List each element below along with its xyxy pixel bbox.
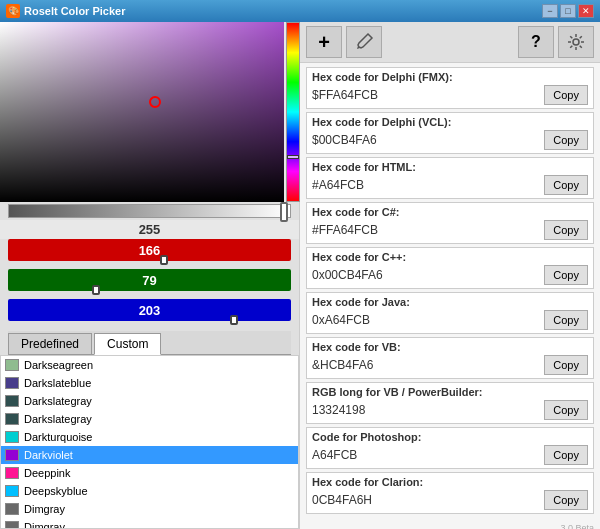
left-panel: 255 166 79 203 Predefined [0, 22, 300, 529]
red-value: 166 [139, 243, 161, 258]
blue-channel-bar[interactable]: 203 [8, 299, 291, 321]
hex-value-row: A64FCBCopy [312, 445, 588, 465]
window-title: Roselt Color Picker [24, 5, 125, 17]
hex-value: 13324198 [312, 403, 544, 417]
gear-icon [566, 32, 586, 52]
add-button[interactable]: + [306, 26, 342, 58]
hex-row: Hex code for VB:&HCB4FA6Copy [306, 337, 594, 379]
color-swatch [5, 485, 19, 497]
hex-value-row: #A64FCBCopy [312, 175, 588, 195]
color-name: Darkslateblue [24, 377, 91, 389]
list-item[interactable]: Darkslategray [1, 410, 298, 428]
copy-button[interactable]: Copy [544, 175, 588, 195]
list-item[interactable]: Deepskyblue [1, 482, 298, 500]
maximize-button[interactable]: □ [560, 4, 576, 18]
color-swatch [5, 395, 19, 407]
copy-button[interactable]: Copy [544, 130, 588, 150]
color-name: Darkslategray [24, 395, 92, 407]
copy-button[interactable]: Copy [544, 400, 588, 420]
tabs-row: Predefined Custom [8, 331, 291, 355]
app-icon: 🎨 [6, 4, 20, 18]
hex-value-row: 0xA64FCBCopy [312, 310, 588, 330]
hex-value-row: #FFA64FCBCopy [312, 220, 588, 240]
copy-button[interactable]: Copy [544, 490, 588, 510]
hex-row: Hex code for C#:#FFA64FCBCopy [306, 202, 594, 244]
hex-value: $00CB4FA6 [312, 133, 544, 147]
color-swatch [5, 359, 19, 371]
hex-row: Hex code for Clarion:0CB4FA6HCopy [306, 472, 594, 514]
list-item[interactable]: Darkslateblue [1, 374, 298, 392]
list-item[interactable]: Darkturquoise [1, 428, 298, 446]
copy-button[interactable]: Copy [544, 85, 588, 105]
copy-button[interactable]: Copy [544, 310, 588, 330]
hex-row: Hex code for Java:0xA64FCBCopy [306, 292, 594, 334]
red-thumb [160, 255, 168, 265]
version-text: 3.0 Beta [300, 521, 600, 529]
list-item[interactable]: Dimgray [1, 518, 298, 529]
hex-value: #FFA64FCB [312, 223, 544, 237]
color-list[interactable]: DarkseagreenDarkslateblueDarkslategrayDa… [0, 355, 299, 529]
hex-label: RGB long for VB / PowerBuilder: [312, 386, 588, 398]
hex-value-row: 0x00CB4FA6Copy [312, 265, 588, 285]
list-item[interactable]: Darkslategray [1, 392, 298, 410]
hex-row: Hex code for Delphi (FMX):$FFA64FCBCopy [306, 67, 594, 109]
hue-bar-vertical[interactable] [286, 22, 300, 202]
color-name: Darkturquoise [24, 431, 92, 443]
copy-button[interactable]: Copy [544, 220, 588, 240]
red-channel-row: 166 [0, 239, 299, 263]
color-swatch [5, 413, 19, 425]
copy-button[interactable]: Copy [544, 355, 588, 375]
hex-row: Hex code for Delphi (VCL):$00CB4FA6Copy [306, 112, 594, 154]
copy-button[interactable]: Copy [544, 265, 588, 285]
color-swatch [5, 521, 19, 529]
color-name: Deepskyblue [24, 485, 88, 497]
tab-custom[interactable]: Custom [94, 333, 161, 355]
green-channel-bar[interactable]: 79 [8, 269, 291, 291]
tabs-container: Predefined Custom [0, 323, 299, 355]
title-bar-left: 🎨 Roselt Color Picker [6, 4, 125, 18]
color-swatch [5, 377, 19, 389]
hex-label: Hex code for Delphi (FMX): [312, 71, 588, 83]
hex-label: Hex code for Clarion: [312, 476, 588, 488]
hex-value-row: $FFA64FCBCopy [312, 85, 588, 105]
blue-thumb [230, 315, 238, 325]
settings-button[interactable] [558, 26, 594, 58]
close-button[interactable]: ✕ [578, 4, 594, 18]
green-channel-row: 79 [0, 263, 299, 293]
top-toolbar: + ? [300, 22, 600, 63]
blue-value: 203 [139, 303, 161, 318]
alpha-value-display: 255 [0, 220, 299, 239]
eyedropper-button[interactable] [346, 26, 382, 58]
alpha-thumb [280, 202, 288, 222]
color-picker-area[interactable] [0, 22, 300, 202]
list-item[interactable]: Deeppink [1, 464, 298, 482]
color-swatch [5, 449, 19, 461]
hex-label: Hex code for Delphi (VCL): [312, 116, 588, 128]
list-item[interactable]: Dimgray [1, 500, 298, 518]
color-swatch [5, 503, 19, 515]
title-bar-buttons: − □ ✕ [542, 4, 594, 18]
hex-row: RGB long for VB / PowerBuilder:13324198C… [306, 382, 594, 424]
tab-predefined[interactable]: Predefined [8, 333, 92, 354]
color-swatch [5, 431, 19, 443]
minimize-button[interactable]: − [542, 4, 558, 18]
hex-label: Hex code for HTML: [312, 161, 588, 173]
hex-value-row: $00CB4FA6Copy [312, 130, 588, 150]
hex-label: Hex code for VB: [312, 341, 588, 353]
copy-button[interactable]: Copy [544, 445, 588, 465]
hex-value-row: 0CB4FA6HCopy [312, 490, 588, 510]
eyedropper-icon [354, 32, 374, 52]
hex-section: Hex code for Delphi (FMX):$FFA64FCBCopyH… [300, 63, 600, 521]
color-name: Dimgray [24, 521, 65, 529]
color-name: Dimgray [24, 503, 65, 515]
hex-value: 0CB4FA6H [312, 493, 544, 507]
list-item[interactable]: Darkseagreen [1, 356, 298, 374]
help-button[interactable]: ? [518, 26, 554, 58]
blue-channel-row: 203 [0, 293, 299, 323]
color-name: Darkviolet [24, 449, 73, 461]
alpha-slider-track[interactable] [8, 204, 291, 218]
color-name: Darkslategray [24, 413, 92, 425]
red-channel-bar[interactable]: 166 [8, 239, 291, 261]
main-container: 255 166 79 203 Predefined [0, 22, 600, 529]
list-item[interactable]: Darkviolet [1, 446, 298, 464]
